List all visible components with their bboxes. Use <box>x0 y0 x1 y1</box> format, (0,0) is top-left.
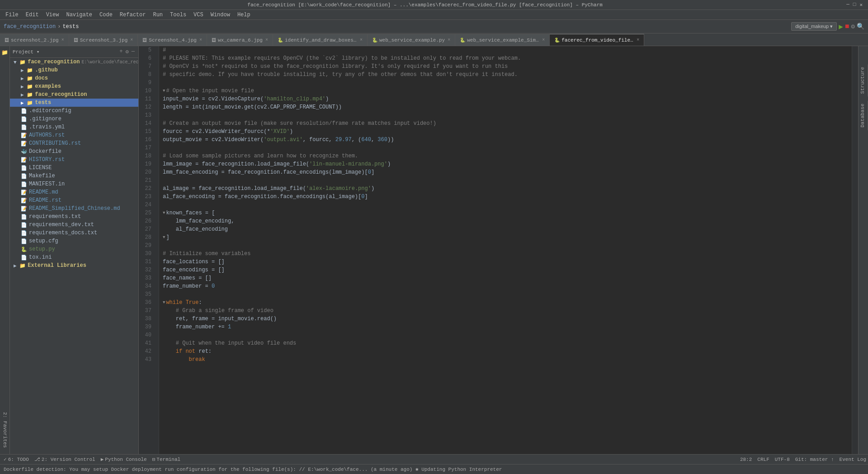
menu-window[interactable]: Window <box>207 11 234 19</box>
fold-icon-25[interactable]: ▼ <box>163 209 165 217</box>
python-console-tab[interactable]: ▶ Python Console <box>99 455 149 463</box>
tree-item-14[interactable]: 📄Makefile <box>10 172 138 180</box>
maximize-button[interactable]: □ <box>853 2 856 8</box>
tab-label-5: web_service_example.py <box>379 38 445 43</box>
menu-refactor[interactable]: Refactor <box>116 11 150 19</box>
line-num-21: 21 <box>139 176 155 185</box>
sidebar-minimize-icon[interactable]: — <box>131 47 136 56</box>
favorites-tab[interactable]: 2: Favorites <box>1 409 9 450</box>
tab-close-1[interactable]: × <box>130 38 133 43</box>
tree-item-15[interactable]: 📄MANIFEST.in <box>10 180 138 188</box>
tree-icon-6: 📄 <box>21 108 27 114</box>
fold-icon-36[interactable]: ▼ <box>163 299 165 307</box>
tree-item-18[interactable]: 📝README_Simplified_Chinese.md <box>10 204 138 213</box>
tree-item-16[interactable]: 📝README.md <box>10 188 138 196</box>
run-icon[interactable]: ▶ <box>839 22 843 31</box>
console-label: Python Console <box>105 457 146 462</box>
close-button[interactable]: ✕ <box>859 2 863 8</box>
structure-icon[interactable] <box>0 62 9 71</box>
tree-item-7[interactable]: 📄.gitignore <box>10 115 138 123</box>
tree-item-9[interactable]: 📝AUTHORS.rst <box>10 131 138 139</box>
tree-item-25[interactable]: ▶ 📁External Libraries <box>10 261 138 270</box>
tab-3[interactable]: 🖼wx_camera_6.jpg× <box>207 34 273 46</box>
project-dropdown[interactable]: Project ▾ <box>13 49 39 55</box>
terminal-tab[interactable]: ⊟ Terminal <box>151 455 182 463</box>
menu-run[interactable]: Run <box>149 11 166 19</box>
tree-item-8[interactable]: 📄.travis.yml <box>10 123 138 131</box>
git-branch[interactable]: Git: master ↑ <box>795 457 834 462</box>
tab-0[interactable]: 🖼screenshot_2.jpg× <box>0 34 69 46</box>
minimize-button[interactable]: ─ <box>846 2 849 8</box>
tab-close-2[interactable]: × <box>199 38 202 43</box>
event-log[interactable]: Event Log <box>840 457 866 462</box>
tree-item-0[interactable]: ▼ 📁face_recognitionE:\work_code\face_rec… <box>10 58 138 66</box>
tree-item-19[interactable]: 📄requirements.txt <box>10 213 138 221</box>
tab-5[interactable]: 🐍web_service_example.py× <box>368 34 455 46</box>
tab-2[interactable]: 🖼Screenshot_4.jpg× <box>138 34 207 46</box>
build-icon[interactable]: ⚙ <box>851 23 855 30</box>
tree-icon-19: 📄 <box>21 214 27 220</box>
code-line-22: al_image = face_recognition.load_image_f… <box>163 185 848 193</box>
version-control-tab[interactable]: ⎇ 2: Version Control <box>33 455 97 463</box>
code-text-26: lmm_face_encoding, <box>163 217 234 225</box>
tree-item-6[interactable]: 📄.editorconfig <box>10 107 138 115</box>
menu-tools[interactable]: Tools <box>166 11 190 19</box>
sidebar-new-icon[interactable]: + <box>118 47 123 56</box>
tree-item-21[interactable]: 📄requirements_docs.txt <box>10 229 138 237</box>
menu-file[interactable]: File <box>2 11 22 19</box>
fold-icon-10[interactable]: ▼ <box>163 87 165 95</box>
menu-vcs[interactable]: VCS <box>190 11 207 19</box>
sidebar-settings-icon[interactable]: ⚙ <box>125 47 130 56</box>
tree-item-12[interactable]: 📝HISTORY.rst <box>10 156 138 164</box>
tree-item-2[interactable]: ▶ 📁docs <box>10 74 138 82</box>
tree-item-3[interactable]: ▶ 📁examples <box>10 82 138 90</box>
tree-item-13[interactable]: 📄LICENSE <box>10 164 138 172</box>
tab-close-5[interactable]: × <box>448 38 450 43</box>
tab-7[interactable]: 🐍facerec_from_video_file.py× <box>550 34 644 46</box>
menu-navigate[interactable]: Navigate <box>62 11 96 19</box>
tab-close-7[interactable]: × <box>637 38 639 43</box>
search-icon[interactable]: 🔍 <box>857 23 864 30</box>
project-icon[interactable]: 📁 <box>0 48 9 57</box>
breadcrumb-folder[interactable]: tests <box>62 24 79 30</box>
menu-edit[interactable]: Edit <box>22 11 42 19</box>
fold-icon-28[interactable]: ▼ <box>163 233 165 242</box>
menu-code[interactable]: Code <box>96 11 116 19</box>
tree-label-6: .editorconfig <box>29 108 71 114</box>
tree-item-5[interactable]: ▶ 📁tests <box>10 99 138 107</box>
tree-item-22[interactable]: 📄setup.cfg <box>10 237 138 245</box>
database-panel-tab[interactable]: Database <box>859 101 868 130</box>
tab-6[interactable]: 🐍web_service_example_Simplified_Chinese.… <box>455 34 550 46</box>
line-num-20: 20 <box>139 168 155 176</box>
code-line-41: # Quit when the input video file ends <box>163 339 848 347</box>
menu-help[interactable]: Help <box>234 11 254 19</box>
todo-tab[interactable]: ✓ 6: TODO <box>2 455 31 463</box>
code-text-22: al_image = face_recognition.load_image_f… <box>163 185 374 193</box>
tree-item-11[interactable]: 🐳Dockerfile <box>10 147 138 156</box>
tree-item-4[interactable]: ▶ 📁face_recognition <box>10 90 138 99</box>
tab-1[interactable]: 🖼Screenshot_3.jpg× <box>69 34 138 46</box>
tree-item-23[interactable]: 🐍setup.py <box>10 245 138 253</box>
tree-item-10[interactable]: 📝CONTRIBUTING.rst <box>10 139 138 147</box>
breadcrumb-project[interactable]: face_recognition <box>4 24 56 30</box>
tree-icon-23: 🐍 <box>21 246 27 252</box>
code-line-23: al_face_encoding = face_recognition.face… <box>163 193 848 201</box>
menu-view[interactable]: View <box>42 11 63 19</box>
structure-panel-tab[interactable]: Structure <box>859 64 868 96</box>
tree-item-20[interactable]: 📄requirements_dev.txt <box>10 221 138 229</box>
tree-item-24[interactable]: 📄tox.ini <box>10 253 138 261</box>
line-num-29: 29 <box>139 242 155 250</box>
digital-makeup-button[interactable]: digital_makeup ▾ <box>791 22 837 31</box>
tree-label-25: External Libraries <box>28 262 86 269</box>
tab-close-4[interactable]: × <box>360 38 363 43</box>
code-text-31: face_locations = [] <box>163 258 225 266</box>
code-content[interactable]: ## PLEASE NOTE: This example requires Op… <box>159 46 852 454</box>
tab-close-3[interactable]: × <box>265 38 268 43</box>
stop-icon[interactable]: ■ <box>845 23 849 31</box>
tree-item-17[interactable]: 📝README.rst <box>10 196 138 204</box>
tab-close-0[interactable]: × <box>61 38 64 43</box>
tree-item-1[interactable]: ▶ 📁.github <box>10 66 138 74</box>
console-icon: ▶ <box>101 456 104 462</box>
tab-close-6[interactable]: × <box>542 38 545 43</box>
tab-4[interactable]: 🐍identify_and_draw_boxes_on_faces.py× <box>273 34 368 46</box>
